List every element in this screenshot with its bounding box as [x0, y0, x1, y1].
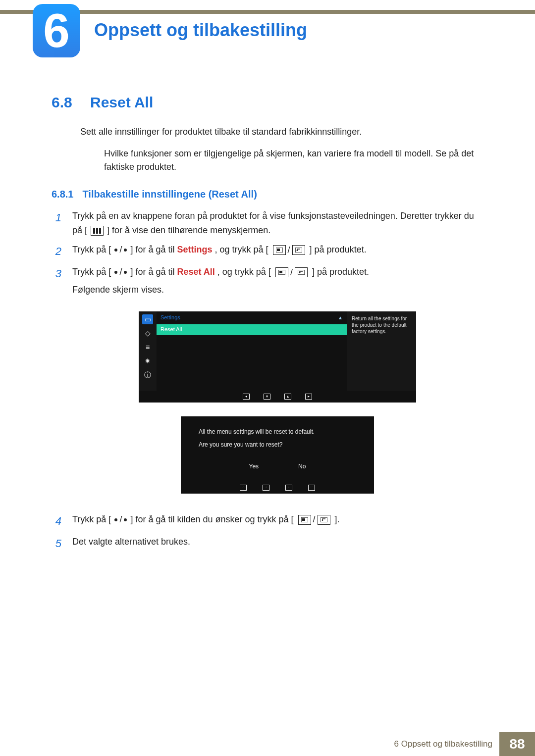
svg-rect-10	[302, 518, 305, 521]
nav-right-icon: ▸	[305, 394, 312, 400]
info-icon: ⓘ	[142, 370, 153, 380]
chapter-number-badge: 6	[33, 4, 80, 57]
enter-icon	[292, 245, 305, 255]
svg-rect-0	[93, 228, 95, 234]
header-band	[0, 10, 535, 14]
source-enter-icon: /	[272, 243, 306, 257]
step-text: Trykk på [	[72, 245, 111, 254]
footer-chapter-ref: 6 Oppsett og tilbakestilling	[394, 739, 499, 749]
step-number: 5	[52, 535, 61, 552]
steps-list: 1 Trykk på en av knappene foran på produ…	[52, 209, 482, 552]
step-text: ] på produktet.	[312, 267, 369, 277]
section-title: Reset All	[90, 94, 153, 111]
keyword-reset-all: Reset All	[177, 267, 214, 277]
osd-confirm-nav: ✕ ◂ ▸ ↵	[181, 482, 374, 494]
dot-icon	[114, 518, 117, 521]
osd-selected-row: Reset All	[157, 324, 347, 335]
step-body: Trykk på [ / ] for å gå til kilden du øn…	[72, 512, 482, 530]
osd-confirm-body: All the menu settings will be reset to d…	[181, 416, 374, 454]
content: 6.8 Reset All Sett alle innstillinger fo…	[52, 94, 482, 557]
step-number: 3	[52, 265, 61, 507]
dot-icon	[124, 518, 127, 521]
source-enter-icon: /	[274, 265, 309, 280]
osd-confirm-figure: All the menu settings will be reset to d…	[181, 416, 374, 493]
step-body: Trykk på en av knappene foran på produkt…	[72, 209, 482, 238]
step-text: ] for å gå til	[130, 245, 177, 254]
osd-confirm-line1: All the menu settings will be reset to d…	[199, 427, 356, 436]
slash-icon: /	[119, 245, 122, 254]
nav-left-icon: ◂	[243, 394, 250, 400]
menu-bars-icon: ≡	[142, 342, 153, 352]
nav-enter-icon: ↵	[308, 485, 315, 491]
osd-up-arrow-icon: ▲	[338, 314, 343, 322]
step-body: Trykk på [ / ] for å gå til Reset All , …	[72, 265, 482, 507]
osd-settings-figure: ▭ ◇ ≡ ✷ ⓘ Settings ▲ Reset All	[139, 311, 416, 403]
step-followup-text: Følgende skjerm vises.	[72, 283, 482, 297]
osd-nav-bar: ◂ ▾ ▴ ▸	[139, 391, 416, 403]
slash-icon: /	[119, 267, 122, 277]
footer-page-number: 88	[499, 732, 535, 756]
svg-rect-2	[99, 228, 101, 234]
step-text: Trykk på [	[72, 267, 111, 277]
keyword-settings: Settings	[177, 245, 212, 254]
step-body: Det valgte alternativet brukes.	[72, 535, 482, 552]
nav-down-icon: ▾	[264, 394, 270, 400]
source-icon	[275, 267, 288, 277]
osd-confirm-buttons: Yes No	[181, 454, 374, 481]
picture-icon: ◇	[142, 328, 153, 338]
dot-icon	[124, 249, 127, 252]
dot-icon	[124, 271, 127, 274]
nav-right-icon: ▸	[285, 485, 292, 491]
section-intro: Sett alle innstillinger for produktet ti…	[80, 126, 482, 138]
enter-icon	[318, 515, 330, 525]
source-icon	[298, 515, 311, 525]
step-3: 3 Trykk på [ / ] for å gå til Reset All …	[52, 265, 482, 507]
osd-confirm-line2: Are you sure you want to reset?	[199, 440, 356, 449]
osd-sidebar: ▭ ◇ ≡ ✷ ⓘ	[139, 311, 157, 391]
osd-main: ▭ ◇ ≡ ✷ ⓘ Settings ▲ Reset All	[139, 311, 416, 391]
brightness-icon: ▭	[142, 314, 153, 324]
step-text: , og trykk på [	[214, 245, 268, 254]
osd-no-button: No	[298, 462, 306, 471]
enter-icon	[295, 267, 308, 277]
step-text: Trykk på [	[72, 514, 111, 524]
slash-icon: /	[119, 514, 122, 524]
chapter-title: Oppsett og tilbakestilling	[94, 20, 307, 41]
step-text: ] for å gå til kilden du ønsker og trykk…	[130, 514, 293, 524]
step-text: , og trykk på [	[217, 267, 271, 277]
step-text: ] for å gå til	[130, 267, 177, 277]
menu-icon	[91, 226, 104, 236]
osd-help-panel: Return all the settings for the product …	[347, 311, 416, 391]
section-heading: 6.8 Reset All	[52, 94, 482, 111]
step-number: 4	[52, 512, 61, 530]
osd-header-title: Settings	[160, 313, 180, 322]
subsection-heading: 6.8.1 Tilbakestille innstillingene (Rese…	[52, 189, 482, 200]
subsection-number: 6.8.1	[52, 189, 73, 200]
nav-close-icon: ✕	[240, 485, 247, 491]
osd-yes-button: Yes	[249, 462, 259, 471]
step-text: ] på produktet.	[310, 245, 367, 254]
gear-icon: ✷	[142, 356, 153, 366]
step-text: ] for å vise den tilhørende menyskjermen…	[107, 225, 270, 235]
osd-center: Settings ▲ Reset All	[157, 311, 347, 391]
step-5: 5 Det valgte alternativet brukes.	[52, 535, 482, 552]
dot-icon	[114, 249, 117, 252]
step-text: ].	[335, 514, 340, 524]
step-1: 1 Trykk på en av knappene foran på produ…	[52, 209, 482, 238]
step-body: Trykk på [ / ] for å gå til Settings , o…	[72, 243, 482, 260]
svg-rect-4	[277, 249, 280, 251]
nav-left-icon: ◂	[263, 485, 269, 491]
page-footer: 6 Oppsett og tilbakestilling 88	[0, 732, 535, 756]
step-number: 1	[52, 209, 61, 238]
step-number: 2	[52, 243, 61, 260]
dot-icon	[114, 271, 117, 274]
source-icon	[273, 245, 286, 255]
step-2: 2 Trykk på [ / ] for å gå til Settings ,…	[52, 243, 482, 260]
osd-header: Settings ▲	[157, 311, 347, 324]
step-4: 4 Trykk på [ / ] for å gå til kilden du …	[52, 512, 482, 530]
source-enter-icon: /	[297, 512, 331, 527]
section-number: 6.8	[52, 94, 78, 111]
svg-rect-1	[96, 228, 98, 234]
subsection-title: Tilbakestille innstillingene (Reset All)	[82, 189, 257, 200]
section-note: Hvilke funksjoner som er tilgjengelige p…	[104, 147, 482, 174]
